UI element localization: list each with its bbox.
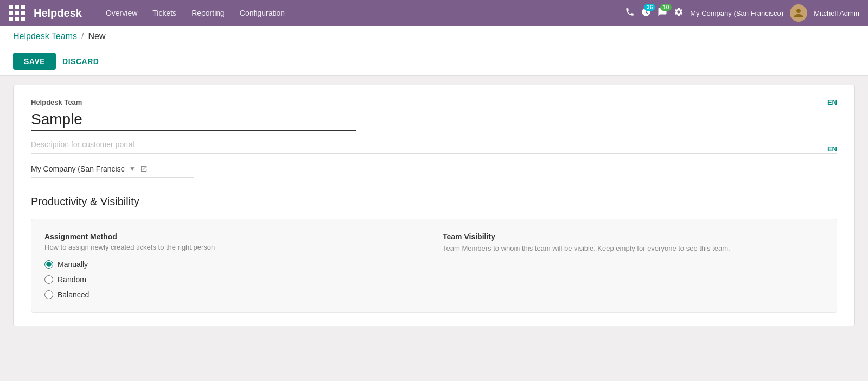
settings-icon[interactable] [674,7,684,20]
chat-icon[interactable]: 10 [658,7,667,20]
breadcrumb-current: New [88,31,105,41]
radio-balanced[interactable]: Balanced [44,290,425,299]
company-name[interactable]: My Company (San Francisco) [690,9,783,17]
radio-balanced-label: Balanced [58,290,89,299]
company-field: My Company (San Francisc ▼ [31,164,194,178]
clock-icon[interactable]: 36 [641,7,651,20]
radio-manually-input[interactable] [44,260,53,269]
nav-reporting[interactable]: Reporting [185,5,231,21]
assignment-radio-group: Manually Random Balanced [44,260,425,299]
visibility-dropdown[interactable] [443,263,605,271]
app-grid-icon[interactable] [9,5,25,21]
nav-tickets[interactable]: Tickets [146,5,183,21]
assignment-method-label: Assignment Method [44,232,425,241]
team-name-input[interactable] [31,109,356,131]
app-brand: Helpdesk [34,7,82,20]
nav-configuration[interactable]: Configuration [233,5,291,21]
discard-button[interactable]: DISCARD [62,57,99,66]
main-content: EN Helpdesk Team EN My Company (San Fran… [0,76,868,381]
radio-random-input[interactable] [44,275,53,284]
productivity-section: Assignment Method How to assign newly cr… [31,219,837,313]
external-link-svg-icon[interactable] [140,165,148,173]
breadcrumb: Helpdesk Teams / New [0,26,868,47]
radio-balanced-input[interactable] [44,290,53,299]
section-productivity-title: Productivity & Visibility [31,195,837,208]
team-visibility-desc: Team Members to whom this team will be v… [443,243,824,254]
radio-manually-label: Manually [58,260,88,269]
en-locale-badge-1[interactable]: EN [827,98,837,106]
radio-random[interactable]: Random [44,275,425,284]
team-name-label: Helpdesk Team [31,98,837,106]
user-avatar[interactable] [790,4,807,22]
chat-badge: 10 [660,4,672,11]
top-navigation: Helpdesk Overview Tickets Reporting Conf… [0,0,868,26]
radio-random-label: Random [58,275,86,284]
assignment-method-desc: How to assign newly created tickets to t… [44,243,425,251]
description-input[interactable] [31,136,837,154]
radio-manually[interactable]: Manually [44,260,425,269]
form-card: EN Helpdesk Team EN My Company (San Fran… [13,85,855,326]
team-visibility-group: Team Visibility Team Members to whom thi… [443,232,824,299]
company-dropdown-arrow-icon: ▼ [129,165,136,173]
clock-badge: 36 [644,4,655,11]
top-menu: Overview Tickets Reporting Configuration [99,5,621,21]
topnav-actions: 36 10 My Company (San Francisco) Mitchel… [625,4,859,22]
breadcrumb-parent[interactable]: Helpdesk Teams [13,31,77,41]
action-bar: SAVE DISCARD [0,47,868,76]
team-visibility-label: Team Visibility [443,232,824,241]
visibility-dropdown-wrap [443,263,605,274]
nav-overview[interactable]: Overview [99,5,144,21]
username: Mitchell Admin [814,9,859,17]
phone-icon[interactable] [625,7,635,20]
company-select[interactable]: My Company (San Francisc [31,164,125,173]
save-button[interactable]: SAVE [13,53,56,70]
en-locale-badge-2[interactable]: EN [827,145,837,153]
breadcrumb-separator: / [81,31,84,41]
assignment-method-group: Assignment Method How to assign newly cr… [44,232,425,299]
